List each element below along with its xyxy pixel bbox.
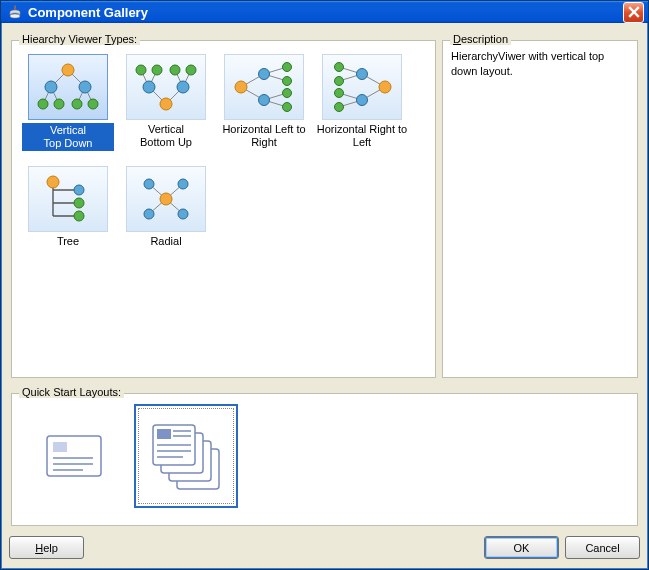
svg-point-51	[335, 89, 344, 98]
svg-point-50	[335, 77, 344, 86]
svg-point-36	[283, 63, 292, 72]
type-radial[interactable]: Radial	[118, 163, 214, 273]
dialog-content: Hiearchy Viewer Types:	[1, 23, 648, 530]
window-title: Component Gallery	[28, 5, 623, 20]
type-tree[interactable]: Tree	[20, 163, 116, 273]
svg-point-63	[178, 179, 188, 189]
svg-point-13	[88, 99, 98, 109]
help-button[interactable]: Help	[9, 536, 84, 559]
java-cup-icon	[7, 4, 23, 20]
svg-point-35	[259, 95, 270, 106]
horizontal-rtl-icon	[322, 54, 402, 120]
svg-point-64	[144, 209, 154, 219]
description-label: Description	[450, 33, 511, 45]
svg-point-25	[170, 65, 180, 75]
svg-point-38	[283, 89, 292, 98]
svg-point-61	[160, 193, 172, 205]
item-label: VerticalTop Down	[22, 123, 114, 151]
svg-point-48	[357, 95, 368, 106]
item-label: Tree	[22, 235, 114, 248]
svg-point-7	[62, 64, 74, 76]
description-group: Description HierarchyViwer with vertical…	[442, 33, 638, 378]
svg-point-33	[235, 81, 247, 93]
dialog-window: Component Gallery Hiearchy Viewer Types:	[0, 0, 649, 570]
item-label: Horizontal Right to Left	[316, 123, 408, 149]
cancel-button[interactable]: Cancel	[565, 536, 640, 559]
svg-point-24	[152, 65, 162, 75]
svg-point-39	[283, 103, 292, 112]
svg-point-53	[47, 176, 59, 188]
svg-point-65	[178, 209, 188, 219]
svg-rect-75	[157, 429, 171, 439]
tree-icon	[28, 166, 108, 232]
svg-point-55	[74, 198, 84, 208]
svg-point-23	[136, 65, 146, 75]
titlebar[interactable]: Component Gallery	[1, 1, 648, 23]
svg-point-9	[79, 81, 91, 93]
item-label: Horizontal Left to Right	[218, 123, 310, 149]
types-label: Hiearchy Viewer Types:	[19, 33, 140, 45]
vertical-bottom-up-icon	[126, 54, 206, 120]
svg-point-22	[177, 81, 189, 93]
svg-point-20	[160, 98, 172, 110]
ok-button[interactable]: OK	[484, 536, 559, 559]
button-row: Help OK Cancel	[1, 530, 648, 569]
svg-point-8	[45, 81, 57, 93]
svg-point-12	[72, 99, 82, 109]
type-vertical-top-down[interactable]: VerticalTop Down	[20, 51, 116, 161]
svg-point-10	[38, 99, 48, 109]
svg-point-0	[10, 14, 20, 18]
horizontal-ltr-icon	[224, 54, 304, 120]
type-horizontal-rtl[interactable]: Horizontal Right to Left	[314, 51, 410, 161]
layout-stacked-panels[interactable]	[134, 404, 238, 508]
svg-point-34	[259, 69, 270, 80]
svg-point-62	[144, 179, 154, 189]
quickstart-group: Quick Start Layouts:	[11, 386, 638, 526]
item-label: VerticalBottom Up	[120, 123, 212, 149]
svg-point-46	[379, 81, 391, 93]
type-vertical-bottom-up[interactable]: VerticalBottom Up	[118, 51, 214, 161]
svg-point-37	[283, 77, 292, 86]
svg-point-26	[186, 65, 196, 75]
close-button[interactable]	[623, 2, 644, 23]
svg-point-21	[143, 81, 155, 93]
item-label: Radial	[120, 235, 212, 248]
vertical-top-down-icon	[28, 54, 108, 120]
description-text: HierarchyViwer with vertical top down la…	[451, 49, 629, 79]
type-horizontal-ltr[interactable]: Horizontal Left to Right	[216, 51, 312, 161]
svg-point-49	[335, 63, 344, 72]
svg-point-11	[54, 99, 64, 109]
layout-single-panel[interactable]	[22, 404, 126, 508]
types-group: Hiearchy Viewer Types:	[11, 33, 436, 378]
svg-point-47	[357, 69, 368, 80]
types-gallery: VerticalTop Down	[20, 51, 427, 273]
radial-icon	[126, 166, 206, 232]
svg-rect-67	[53, 442, 67, 452]
svg-point-54	[74, 185, 84, 195]
svg-point-52	[335, 103, 344, 112]
svg-point-56	[74, 211, 84, 221]
quickstart-label: Quick Start Layouts:	[19, 386, 124, 398]
